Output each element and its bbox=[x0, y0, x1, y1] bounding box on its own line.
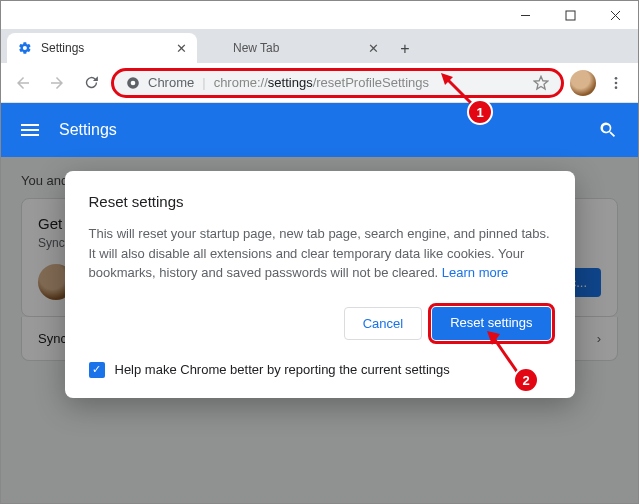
svg-rect-1 bbox=[566, 11, 575, 20]
forward-button[interactable] bbox=[43, 69, 71, 97]
browser-toolbar: Chrome | chrome://settings/resetProfileS… bbox=[1, 63, 638, 103]
profile-avatar[interactable] bbox=[570, 70, 596, 96]
tab-newtab[interactable]: New Tab ✕ bbox=[199, 33, 389, 63]
close-window-button[interactable] bbox=[593, 1, 638, 29]
tab-settings[interactable]: Settings ✕ bbox=[7, 33, 197, 63]
search-icon[interactable] bbox=[598, 120, 618, 140]
annotation-1: 1 bbox=[467, 99, 493, 125]
svg-point-5 bbox=[131, 80, 136, 85]
settings-header: Settings bbox=[1, 103, 638, 157]
close-tab-icon[interactable]: ✕ bbox=[176, 41, 187, 56]
hamburger-icon[interactable] bbox=[21, 124, 39, 136]
tab-label: Settings bbox=[41, 41, 84, 55]
gear-icon bbox=[17, 40, 33, 56]
footer-text: Help make Chrome better by reporting the… bbox=[115, 362, 450, 377]
window-title-bar bbox=[1, 1, 638, 29]
svg-point-7 bbox=[615, 81, 618, 84]
url-text: chrome://settings/resetProfileSettings bbox=[214, 75, 429, 90]
minimize-button[interactable] bbox=[503, 1, 548, 29]
dialog-body: This will reset your startup page, new t… bbox=[89, 224, 551, 283]
chrome-icon bbox=[126, 76, 140, 90]
menu-dots-icon[interactable] bbox=[602, 69, 630, 97]
svg-point-8 bbox=[615, 86, 618, 89]
bookmark-star-icon[interactable] bbox=[533, 75, 549, 91]
annotation-2: 2 bbox=[513, 367, 539, 393]
learn-more-link[interactable]: Learn more bbox=[442, 265, 508, 280]
reload-button[interactable] bbox=[77, 69, 105, 97]
new-tab-button[interactable]: + bbox=[391, 35, 419, 63]
globe-icon bbox=[209, 40, 225, 56]
address-bar[interactable]: Chrome | chrome://settings/resetProfileS… bbox=[111, 68, 564, 98]
tab-strip: Settings ✕ New Tab ✕ + bbox=[1, 29, 638, 63]
cancel-button[interactable]: Cancel bbox=[344, 307, 422, 340]
back-button[interactable] bbox=[9, 69, 37, 97]
page-title: Settings bbox=[59, 121, 117, 139]
current-settings-link[interactable]: current settings bbox=[361, 362, 450, 377]
tab-label: New Tab bbox=[233, 41, 279, 55]
dialog-title: Reset settings bbox=[89, 193, 551, 210]
maximize-button[interactable] bbox=[548, 1, 593, 29]
svg-point-6 bbox=[615, 77, 618, 80]
reporting-checkbox[interactable]: ✓ bbox=[89, 362, 105, 378]
close-tab-icon[interactable]: ✕ bbox=[368, 41, 379, 56]
chrome-label: Chrome bbox=[148, 75, 194, 90]
